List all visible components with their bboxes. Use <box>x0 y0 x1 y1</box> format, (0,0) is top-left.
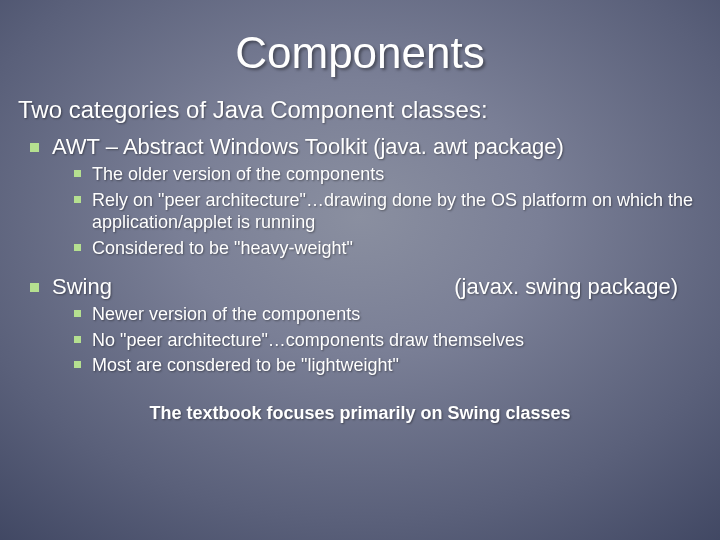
square-bullet-icon <box>74 310 81 317</box>
swing-point: Most are consdered to be "lightweight" <box>18 354 702 377</box>
swing-point: Newer version of the components <box>18 303 702 326</box>
swing-label: Swing <box>52 274 112 300</box>
awt-heading-text: AWT – Abstract Windows Toolkit (java. aw… <box>52 134 564 159</box>
swing-row: Swing (javax. swing package) <box>52 274 702 300</box>
slide-content: Two categories of Java Component classes… <box>0 96 720 424</box>
awt-point: Rely on "peer architecture"…drawing done… <box>18 189 702 234</box>
slide: Components Two categories of Java Compon… <box>0 0 720 540</box>
intro-text: Two categories of Java Component classes… <box>18 96 702 124</box>
square-bullet-icon <box>74 196 81 203</box>
swing-point-text: No "peer architecture"…components draw t… <box>92 330 524 350</box>
slide-title: Components <box>0 0 720 96</box>
awt-point-text: Rely on "peer architecture"…drawing done… <box>92 190 693 233</box>
square-bullet-icon <box>74 336 81 343</box>
spacer <box>18 262 702 268</box>
awt-point-text: Considered to be "heavy-weight" <box>92 238 353 258</box>
square-bullet-icon <box>74 244 81 251</box>
square-bullet-icon <box>74 170 81 177</box>
awt-heading: AWT – Abstract Windows Toolkit (java. aw… <box>18 134 702 160</box>
awt-point: Considered to be "heavy-weight" <box>18 237 702 260</box>
awt-point: The older version of the components <box>18 163 702 186</box>
square-bullet-icon <box>30 283 39 292</box>
square-bullet-icon <box>74 361 81 368</box>
swing-package: (javax. swing package) <box>112 274 702 300</box>
awt-point-text: The older version of the components <box>92 164 384 184</box>
square-bullet-icon <box>30 143 39 152</box>
swing-point-text: Newer version of the components <box>92 304 360 324</box>
footnote: The textbook focuses primarily on Swing … <box>18 403 702 424</box>
swing-point: No "peer architecture"…components draw t… <box>18 329 702 352</box>
swing-heading: Swing (javax. swing package) <box>18 274 702 300</box>
swing-point-text: Most are consdered to be "lightweight" <box>92 355 399 375</box>
